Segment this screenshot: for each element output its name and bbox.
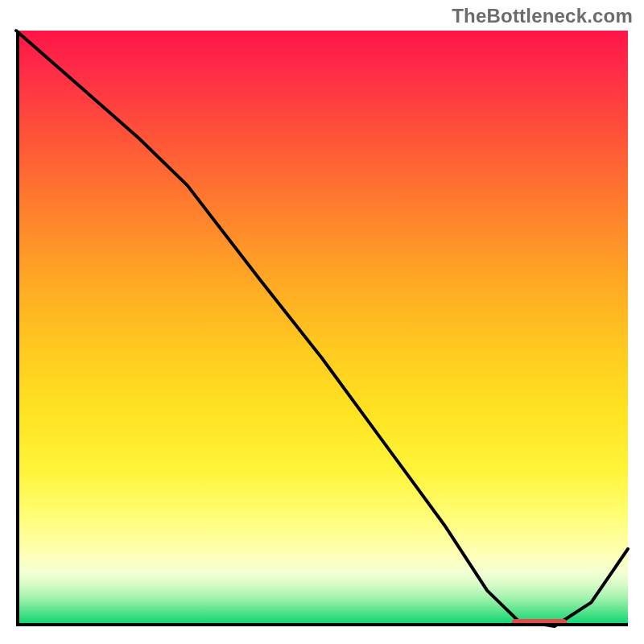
watermark-label: TheBottleneck.com [452, 5, 633, 27]
chart-line-series [16, 31, 628, 626]
chart-plot-area [16, 31, 628, 626]
optimum-marker [512, 619, 567, 625]
